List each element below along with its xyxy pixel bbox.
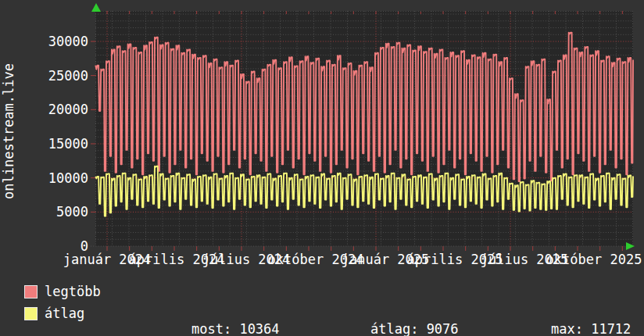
graph-page: onlinestream.live 3000025000200001500010… bbox=[0, 0, 644, 336]
y-axis-tick-label: 10000 bbox=[14, 170, 88, 186]
chart-plot-area bbox=[95, 11, 633, 246]
y-axis-tick-label: 15000 bbox=[14, 136, 88, 152]
y-axis-arrow-icon bbox=[91, 3, 101, 12]
y-axis-tick-label: 5000 bbox=[14, 204, 88, 220]
y-axis-tick-label: 30000 bbox=[14, 34, 88, 49]
stat-atlag-value: 9076 bbox=[427, 321, 459, 336]
stat-spacer bbox=[418, 321, 426, 336]
chart-canvas bbox=[95, 11, 633, 246]
stat-spacer bbox=[583, 321, 591, 336]
stat-most-label: most: bbox=[191, 321, 231, 336]
stat-most-value: 10364 bbox=[239, 321, 279, 336]
y-axis-tick-label: 25000 bbox=[14, 68, 88, 84]
legend-label-legtobb: legtöbb bbox=[45, 284, 101, 299]
stat-atlag-label: átlag: bbox=[370, 321, 418, 336]
x-axis-arrow-icon bbox=[626, 242, 635, 250]
legend-swatch-legtobb bbox=[24, 285, 38, 298]
legend-label-atlag: átlag bbox=[45, 306, 84, 321]
y-axis-tick-label: 20000 bbox=[14, 102, 88, 117]
stat-spacer bbox=[231, 321, 239, 336]
legend-swatch-atlag bbox=[24, 307, 38, 320]
stat-max: max: 11712 bbox=[519, 306, 631, 336]
stat-most: most: 10364 bbox=[159, 306, 280, 336]
x-axis-tick-label: október 2025 bbox=[546, 252, 642, 267]
stat-max-label: max: bbox=[551, 321, 583, 336]
stat-atlag: átlag: 9076 bbox=[338, 306, 459, 336]
stat-max-value: 11712 bbox=[591, 321, 631, 336]
